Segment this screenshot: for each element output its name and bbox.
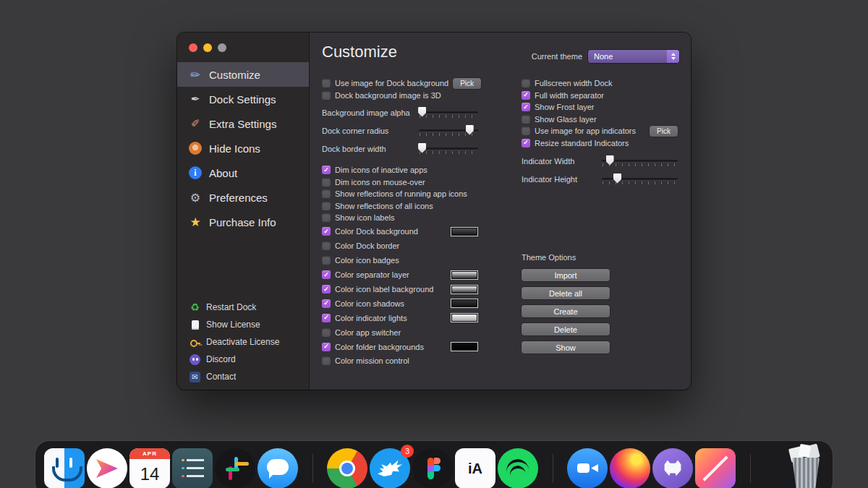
slider-dock-border-width[interactable]: [419, 143, 478, 155]
checkbox-show-glass-layer[interactable]: [522, 115, 530, 124]
color-well-color-folder-backgrounds[interactable]: [451, 342, 478, 351]
pick-button[interactable]: Pick: [650, 126, 678, 137]
row-indicator-height: Indicator Height: [522, 170, 678, 188]
show-button[interactable]: Show: [522, 341, 610, 354]
slider-indicator-height[interactable]: [602, 174, 678, 185]
checkbox-color-indicator-lights[interactable]: ✓: [322, 314, 331, 322]
checkbox-label: Use image for app indicators: [535, 127, 636, 135]
checkbox-dim-icons-on-mouse-over[interactable]: [322, 178, 331, 187]
sidebar-item-discord[interactable]: Discord: [177, 351, 309, 368]
messages-icon[interactable]: [258, 448, 298, 488]
checkbox-resize-standard-indicators[interactable]: ✓: [522, 139, 530, 147]
close-button[interactable]: [189, 43, 197, 52]
checkbox-color-dock-border[interactable]: [322, 241, 331, 250]
sidebar-item-preferences[interactable]: Preferences: [177, 185, 309, 210]
checkbox-dim-icons-of-inactive-apps[interactable]: ✓: [322, 166, 331, 174]
sidebar-item-hide-icons[interactable]: Hide Icons: [177, 136, 309, 160]
sidebar-item-dock-settings[interactable]: Dock Settings: [177, 87, 309, 111]
dock: APR143iA: [35, 440, 833, 488]
delete-button[interactable]: Delete: [522, 323, 610, 335]
ia-writer-icon[interactable]: iA: [455, 448, 495, 488]
checkbox-color-mission-control[interactable]: [322, 356, 331, 365]
checkbox-dock-background-image-is-3d[interactable]: [322, 91, 331, 100]
mail-app-icon[interactable]: [87, 448, 127, 488]
row-show-reflections-of-running-app-icons: Show reflections of running app icons: [322, 188, 478, 200]
spotify-icon[interactable]: [498, 448, 538, 488]
finder-icon[interactable]: [44, 448, 85, 488]
checkbox-label: Color Dock border: [335, 241, 399, 250]
figma-icon[interactable]: [412, 448, 453, 488]
color-well-color-separator-layer[interactable]: [451, 270, 478, 280]
checkbox-fullscreen-width-dock[interactable]: [522, 79, 530, 87]
gradient-app-icon[interactable]: [695, 448, 736, 488]
sidebar-item-purchase-info[interactable]: Purchase Info: [177, 210, 309, 234]
slider-indicator-width[interactable]: [602, 155, 678, 167]
checkbox-color-icon-shadows[interactable]: ✓: [322, 299, 331, 308]
zoom-button[interactable]: [218, 43, 226, 52]
sidebar-nav: CustomizeDock SettingsExtra SettingsHide…: [177, 62, 309, 234]
sidebar-item-restart-dock[interactable]: Restart Dock: [177, 299, 309, 316]
slack-icon[interactable]: [215, 448, 255, 488]
import-button[interactable]: Import: [522, 269, 610, 281]
row-color-dock-background: ✓Color Dock background: [322, 225, 478, 239]
minimize-button[interactable]: [203, 43, 212, 52]
row-color-app-switcher: Color app switcher: [322, 325, 478, 340]
tasks-app-icon[interactable]: [172, 448, 213, 488]
ia-writer-label: iA: [468, 461, 482, 477]
sidebar-item-contact[interactable]: Contact: [177, 368, 309, 385]
row-show-reflections-of-all-icons: Show reflections of all icons: [322, 200, 478, 213]
current-theme-select[interactable]: None: [588, 50, 679, 63]
slider-label: Indicator Height: [522, 175, 577, 184]
checkbox-color-app-switcher[interactable]: [322, 328, 331, 337]
sidebar-item-about[interactable]: About: [177, 160, 309, 185]
slider-background-image-alpha[interactable]: [419, 107, 478, 119]
checkbox-show-reflections-of-running-app-icons[interactable]: [322, 189, 331, 198]
window-controls: [177, 33, 309, 52]
checkbox-color-separator-layer[interactable]: ✓: [322, 270, 331, 279]
slider-ticks: [603, 181, 678, 184]
color-well-color-icon-label-background[interactable]: [451, 285, 478, 294]
video-call-app-icon[interactable]: [567, 448, 608, 488]
chrome-icon[interactable]: [327, 448, 367, 488]
checkbox-color-dock-background[interactable]: ✓: [322, 227, 331, 236]
pen-icon: [189, 93, 202, 106]
create-button[interactable]: Create: [522, 305, 610, 317]
discord-icon: [190, 354, 200, 365]
checkbox-show-reflections-of-all-icons[interactable]: [322, 202, 331, 210]
checkbox-label: Resize standard Indicators: [535, 139, 629, 147]
slider-track: [602, 178, 678, 180]
license-icon: [190, 320, 200, 330]
color-well-color-dock-background[interactable]: [451, 227, 478, 236]
trash-papers: [788, 447, 824, 488]
row-color-mission-control: Color mission control: [322, 354, 478, 369]
calendar-app-icon[interactable]: APR14: [129, 448, 170, 488]
sidebar-item-show-license[interactable]: Show License: [177, 316, 309, 333]
checkbox-show-frost-layer[interactable]: ✓: [522, 103, 530, 111]
sidebar-item-label: Restart Dock: [206, 302, 256, 312]
pick-button[interactable]: Pick: [453, 78, 481, 89]
checkbox-label: Dim icons of inactive apps: [335, 166, 427, 174]
sidebar-item-deactivate-license[interactable]: Deactivate License: [177, 333, 309, 351]
checkbox-show-icon-labels[interactable]: [322, 213, 331, 222]
slider-dock-corner-radius[interactable]: [419, 125, 478, 137]
twitter-icon[interactable]: 3: [370, 448, 410, 488]
checkbox-color-icon-label-background[interactable]: ✓: [322, 285, 331, 294]
checkbox-full-width-separator[interactable]: ✓: [522, 91, 530, 100]
sidebar-item-extra-settings[interactable]: Extra Settings: [177, 111, 309, 136]
left-sliders: Background image alphaDock corner radius…: [322, 103, 478, 158]
github-desktop-icon[interactable]: [652, 448, 693, 488]
firefox-icon[interactable]: [610, 448, 650, 488]
checkbox-use-image-for-app-indicators[interactable]: [522, 127, 530, 135]
color-well-color-indicator-lights[interactable]: [451, 313, 478, 322]
sidebar-item-label: Hide Icons: [209, 142, 260, 155]
row-full-width-separator: ✓Full width separator: [522, 90, 678, 102]
star-icon: [189, 215, 202, 228]
checkbox-color-icon-badges[interactable]: [322, 256, 331, 265]
delete-all-button[interactable]: Delete all: [522, 287, 610, 299]
trash-full-icon[interactable]: [788, 447, 824, 488]
checkbox-use-image-for-dock-background[interactable]: [322, 79, 331, 87]
color-well-color-icon-shadows[interactable]: [451, 299, 478, 308]
checkbox-color-folder-backgrounds[interactable]: ✓: [322, 343, 331, 351]
notification-badge: 3: [401, 445, 414, 458]
sidebar-item-customize[interactable]: Customize: [177, 62, 309, 87]
